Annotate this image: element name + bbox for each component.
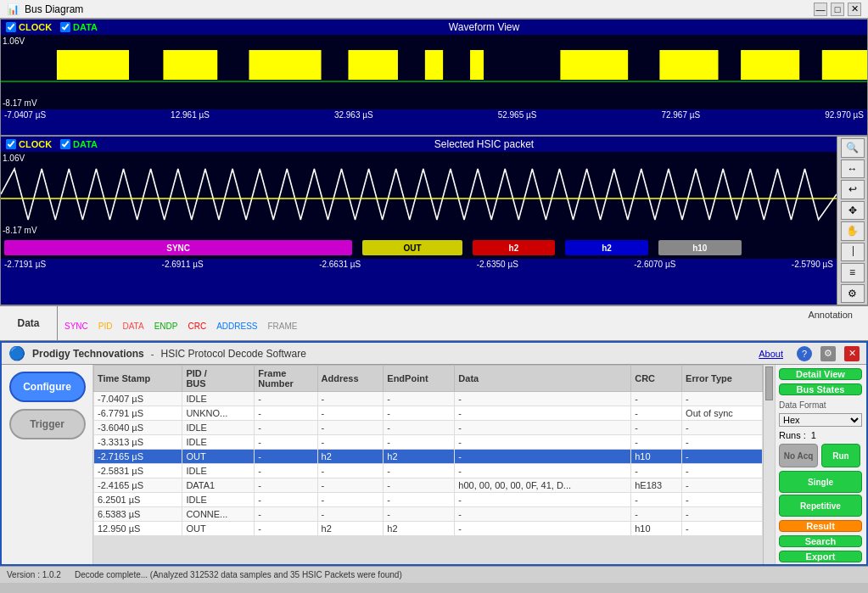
no-acq-button[interactable]: No Acq [779, 444, 818, 467]
svg-rect-1 [163, 50, 217, 80]
legend-data: DATA [122, 322, 143, 331]
data-format-label: Data Format [779, 400, 863, 410]
repetitive-button[interactable]: Repetitive [779, 495, 862, 517]
cell-endpoint: h2 [384, 522, 455, 536]
minimize-button[interactable]: — [814, 3, 827, 16]
cell-endpoint: - [384, 478, 455, 493]
data-checkbox-top[interactable]: DATA [60, 22, 98, 32]
svg-rect-6 [560, 50, 628, 80]
table-row[interactable]: -6.7791 µSUNKNO...-----Out of sync [94, 406, 763, 421]
cell-data: - [455, 392, 631, 406]
table-row[interactable]: -2.4165 µSDATA1---h00, 00, 00, 00, 0F, 4… [94, 478, 763, 493]
cell-timestamp: -3.6040 µS [94, 421, 182, 435]
single-button[interactable]: Single [779, 471, 862, 493]
cell-address: - [317, 392, 384, 406]
cell-crc: h10 [631, 450, 682, 464]
data-label: Data [0, 306, 58, 340]
legend-crc: CRC [188, 322, 206, 331]
table-scrollbar[interactable] [763, 365, 775, 564]
clock-checkbox-bottom[interactable]: CLOCK [6, 139, 52, 149]
settings-icon[interactable]: ⚙ [841, 284, 865, 304]
cell-frame: - [255, 406, 317, 421]
cell-crc: h10 [631, 522, 682, 536]
cell-timestamp: -7.0407 µS [94, 392, 182, 406]
cell-pid: DATA1 [182, 478, 255, 493]
table-row[interactable]: 6.2501 µSIDLE------ [94, 493, 763, 507]
legend-frame: FRAME [267, 322, 297, 331]
cell-crc: - [631, 464, 682, 478]
table-row[interactable]: 6.5383 µSCONNE...------ [94, 507, 763, 522]
cell-error: - [682, 493, 763, 507]
cell-frame: - [255, 522, 317, 536]
close-button[interactable]: ✕ [848, 3, 861, 16]
cell-address: - [317, 421, 384, 435]
cell-pid: OUT [182, 522, 255, 536]
search-button[interactable]: Search [779, 535, 862, 547]
table-row[interactable]: -2.7165 µSOUT-h2h2-h10- [94, 450, 763, 464]
right-panel: Detail View Bus States Data Format HexDe… [775, 365, 866, 564]
maximize-button[interactable]: □ [831, 3, 844, 16]
cell-crc: - [631, 507, 682, 522]
table-row[interactable]: -3.3313 µSIDLE------ [94, 435, 763, 450]
close-software-icon[interactable]: ✕ [844, 346, 860, 361]
packet-h10: h10 [658, 240, 742, 255]
hand-icon[interactable]: ✋ [841, 221, 865, 241]
legend-address: ADDRESS [216, 322, 257, 331]
cell-timestamp: -6.7791 µS [94, 406, 182, 421]
configure-button[interactable]: Configure [9, 372, 86, 402]
export-button[interactable]: Export [779, 551, 862, 562]
zoom-icon[interactable]: 🔍 [841, 138, 865, 158]
result-button[interactable]: Result [779, 520, 862, 532]
svg-rect-8 [741, 50, 799, 80]
table-row[interactable]: -7.0407 µSIDLE------ [94, 392, 763, 406]
cell-timestamp: -2.4165 µS [94, 478, 182, 493]
svg-rect-4 [425, 50, 443, 80]
trigger-button[interactable]: Trigger [9, 409, 86, 439]
status-message: Decode complete... (Analyzed 312532 data… [75, 570, 402, 579]
legend-pid: PID [98, 322, 113, 331]
title-bar: 📊 Bus Diagram — □ ✕ [0, 0, 868, 19]
clock-checkbox-top[interactable]: CLOCK [6, 22, 52, 32]
measure-icon[interactable]: ⏐ [841, 243, 865, 262]
run-button[interactable]: Run [821, 444, 860, 467]
scrollbar-thumb[interactable] [765, 366, 773, 400]
lines-icon[interactable]: ≡ [841, 263, 865, 283]
time-axis-top: -7.0407 µS 12.961 µS 32.963 µS 52.965 µS… [1, 109, 867, 120]
status-bar: Version : 1.0.2 Decode complete... (Anal… [0, 566, 868, 583]
data-bar: Data Annotation SYNC PID DATA ENDP CRC A… [0, 305, 868, 341]
table-row[interactable]: -3.6040 µSIDLE------ [94, 421, 763, 435]
svg-rect-0 [57, 50, 129, 80]
data-format-select[interactable]: HexDecBinASCII [779, 413, 862, 427]
runs-value: 1 [811, 430, 816, 440]
waveform-tools: 🔍 ↔ ↩ ✥ ✋ ⏐ ≡ ⚙ [837, 137, 867, 305]
cell-error: - [682, 464, 763, 478]
col-timestamp: Time Stamp [94, 366, 182, 392]
left-buttons-panel: Configure Trigger [2, 365, 93, 564]
cell-timestamp: -2.7165 µS [94, 450, 182, 464]
about-link[interactable]: About [759, 349, 783, 359]
cell-endpoint: - [384, 406, 455, 421]
help-icon[interactable]: ? [797, 346, 812, 361]
cell-frame: - [255, 435, 317, 450]
col-crc: CRC [631, 366, 682, 392]
cursor-icon[interactable]: ↔ [841, 159, 865, 179]
move-icon[interactable]: ✥ [841, 201, 865, 221]
cell-address: - [317, 406, 384, 421]
software-logo: 🔵 [8, 345, 25, 361]
settings-icon[interactable]: ⚙ [820, 346, 836, 361]
cell-data: - [455, 493, 631, 507]
packet-h2-blue: h2 [565, 240, 648, 255]
detail-view-button[interactable]: Detail View [779, 368, 862, 380]
packet-sync: SYNC [4, 240, 352, 255]
data-checkbox-bottom[interactable]: DATA [60, 139, 98, 149]
cell-crc: - [631, 406, 682, 421]
cell-address: - [317, 478, 384, 493]
table-row[interactable]: -2.5831 µSIDLE------ [94, 464, 763, 478]
table-row[interactable]: 12.950 µSOUT-h2h2-h10- [94, 522, 763, 536]
bus-states-button[interactable]: Bus States [779, 383, 862, 395]
table-scroll[interactable]: Time Stamp PID /BUS FrameNumber Address … [93, 365, 763, 564]
cell-error: - [682, 421, 763, 435]
col-frame: FrameNumber [255, 366, 317, 392]
undo-icon[interactable]: ↩ [841, 180, 865, 199]
software-header: 🔵 Prodigy Technovations - HSIC Protocol … [2, 343, 866, 365]
